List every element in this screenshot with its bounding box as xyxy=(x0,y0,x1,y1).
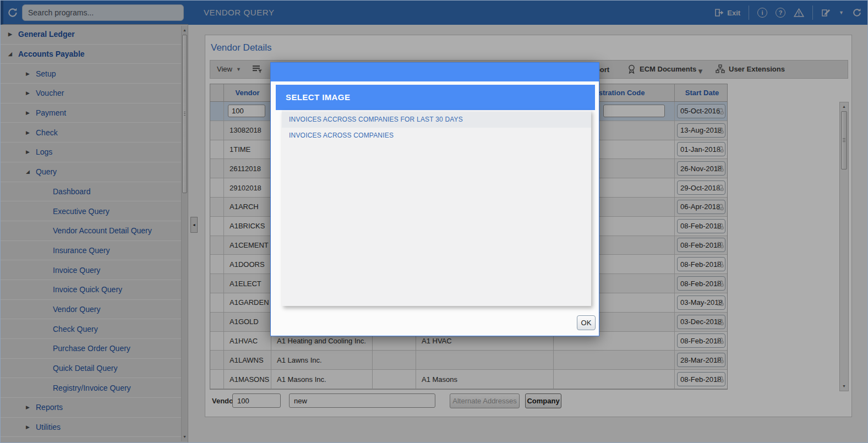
ok-button[interactable]: OK xyxy=(577,315,596,330)
select-image-dialog: SELECT IMAGE INVOICES ACCROSS COMPANIES … xyxy=(270,62,599,336)
dialog-title: SELECT IMAGE xyxy=(276,85,595,110)
application-window: ▶General Ledger◢Accounts Payable▶Setup▶V… xyxy=(0,0,868,443)
dialog-option-list: INVOICES ACCROSS COMPANIES FOR LAST 30 D… xyxy=(282,110,591,306)
select-image-option-invoices-accross-companies-for-last-30-d[interactable]: INVOICES ACCROSS COMPANIES FOR LAST 30 D… xyxy=(282,112,591,128)
dialog-titlebar[interactable] xyxy=(271,63,599,81)
select-image-option-invoices-across-companies[interactable]: INVOICES ACROSS COMPANIES xyxy=(282,128,591,144)
